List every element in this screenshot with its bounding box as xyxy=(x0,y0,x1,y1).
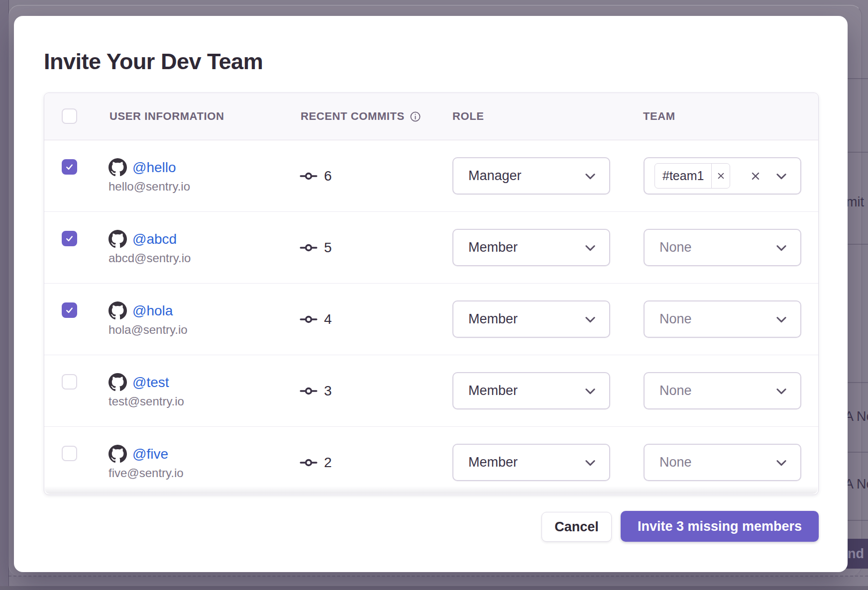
chevron-down-icon xyxy=(774,384,788,398)
chevron-down-icon xyxy=(583,241,597,255)
row-checkbox[interactable] xyxy=(62,302,77,318)
column-header-recent-commits: RECENT COMMITS xyxy=(301,93,421,140)
table-body: @hello hello@sentry.io 6 Manager #team1 xyxy=(44,140,818,498)
git-commit-icon xyxy=(300,239,318,257)
github-icon xyxy=(108,230,127,248)
table-header: USER INFORMATION RECENT COMMITS ROLE TEA… xyxy=(44,93,818,140)
background-text-fragment: A No xyxy=(845,409,868,424)
role-value: Member xyxy=(468,311,518,327)
checkmark-icon xyxy=(65,234,74,243)
invite-members-button[interactable]: Invite 3 missing members xyxy=(621,511,819,542)
column-header-label: RECENT COMMITS xyxy=(301,110,405,123)
role-select[interactable]: Member xyxy=(452,372,610,409)
team-select[interactable]: None xyxy=(644,372,801,409)
recent-commits-cell: 6 xyxy=(300,140,332,211)
commit-count: 6 xyxy=(324,168,332,184)
team-value: None xyxy=(645,240,692,255)
team-select[interactable]: None xyxy=(644,229,801,266)
row-checkbox[interactable] xyxy=(62,374,77,390)
row-checkbox[interactable] xyxy=(62,446,77,461)
remove-team-icon[interactable] xyxy=(711,164,730,188)
recent-commits-cell: 2 xyxy=(300,427,332,498)
git-commit-icon xyxy=(300,382,318,400)
background-card-bottom-edge xyxy=(8,576,868,577)
chevron-down-icon xyxy=(583,312,597,326)
role-value: Manager xyxy=(468,168,522,184)
user-info-cell: @hola hola@sentry.io xyxy=(108,301,188,337)
github-username-link[interactable]: @abcd xyxy=(132,231,177,247)
modal-title: Invite Your Dev Team xyxy=(44,49,263,75)
row-checkbox[interactable] xyxy=(62,159,77,175)
github-username-link[interactable]: @hola xyxy=(132,303,173,319)
team-value: None xyxy=(645,311,692,327)
chevron-down-icon xyxy=(774,241,788,255)
user-email: five@sentry.io xyxy=(108,466,184,480)
commit-count: 2 xyxy=(324,455,332,471)
role-value: Member xyxy=(468,455,518,470)
github-icon xyxy=(108,373,127,392)
user-email: hello@sentry.io xyxy=(108,180,190,194)
column-header-role: ROLE xyxy=(452,93,484,140)
github-icon xyxy=(108,301,127,320)
column-header-user-information: USER INFORMATION xyxy=(109,93,224,140)
recent-commits-cell: 4 xyxy=(300,284,332,355)
background-bottom-strip xyxy=(0,586,868,590)
role-select[interactable]: Member xyxy=(452,444,610,481)
invite-table: USER INFORMATION RECENT COMMITS ROLE TEA… xyxy=(44,93,819,495)
commit-count: 5 xyxy=(324,240,332,256)
github-username-link[interactable]: @test xyxy=(132,375,169,391)
chevron-down-icon xyxy=(583,169,597,183)
user-email: hola@sentry.io xyxy=(108,323,188,337)
checkmark-icon xyxy=(65,163,74,171)
table-row: @five five@sentry.io 2 Member None xyxy=(44,426,818,498)
team-select[interactable]: #team1 xyxy=(644,157,801,195)
background-sidebar-edge xyxy=(0,0,9,590)
clear-team-icon[interactable] xyxy=(750,170,761,182)
recent-commits-cell: 3 xyxy=(300,355,332,426)
background-text-fragment: A No xyxy=(845,477,868,492)
role-select[interactable]: Member xyxy=(452,229,610,266)
git-commit-icon xyxy=(300,167,318,185)
user-info-cell: @hello hello@sentry.io xyxy=(108,158,190,194)
column-header-label: TEAM xyxy=(643,110,675,123)
recent-commits-cell: 5 xyxy=(300,212,332,283)
chevron-down-icon xyxy=(583,384,597,398)
github-icon xyxy=(108,445,127,463)
github-icon xyxy=(108,158,127,177)
user-info-cell: @test test@sentry.io xyxy=(108,373,184,408)
chevron-down-icon xyxy=(774,169,788,183)
cancel-button[interactable]: Cancel xyxy=(542,512,612,542)
column-header-label: ROLE xyxy=(452,110,484,123)
role-value: Member xyxy=(468,383,518,398)
checkmark-icon xyxy=(65,306,74,314)
invite-dev-team-modal: Invite Your Dev Team USER INFORMATION RE… xyxy=(14,16,848,572)
team-select[interactable]: None xyxy=(644,300,801,338)
role-value: Member xyxy=(468,240,518,255)
column-header-team: TEAM xyxy=(643,93,675,140)
user-email: abcd@sentry.io xyxy=(108,251,191,265)
team-tag-label: #team1 xyxy=(655,169,711,183)
select-all-checkbox[interactable] xyxy=(62,108,77,124)
role-select[interactable]: Member xyxy=(452,300,610,338)
role-select[interactable]: Manager xyxy=(452,157,610,195)
user-info-cell: @abcd abcd@sentry.io xyxy=(108,230,191,265)
commit-count: 4 xyxy=(324,311,332,327)
table-row: @hola hola@sentry.io 4 Member None xyxy=(44,283,818,355)
table-row: @abcd abcd@sentry.io 5 Member None xyxy=(44,211,818,283)
column-header-label: USER INFORMATION xyxy=(109,110,224,123)
user-info-cell: @five five@sentry.io xyxy=(108,445,184,480)
team-value: None xyxy=(645,383,692,398)
background-text-fragment: mit xyxy=(846,195,864,210)
table-row: @test test@sentry.io 3 Member None xyxy=(44,355,818,426)
chevron-down-icon xyxy=(583,456,597,470)
commit-count: 3 xyxy=(324,383,332,399)
team-select[interactable]: None xyxy=(644,444,801,481)
chevron-down-icon xyxy=(774,456,788,470)
info-icon[interactable] xyxy=(410,111,421,122)
user-email: test@sentry.io xyxy=(108,394,184,408)
row-checkbox[interactable] xyxy=(62,231,77,246)
github-username-link[interactable]: @hello xyxy=(132,160,176,176)
git-commit-icon xyxy=(300,454,318,472)
github-username-link[interactable]: @five xyxy=(132,446,168,462)
team-value: None xyxy=(645,455,692,470)
